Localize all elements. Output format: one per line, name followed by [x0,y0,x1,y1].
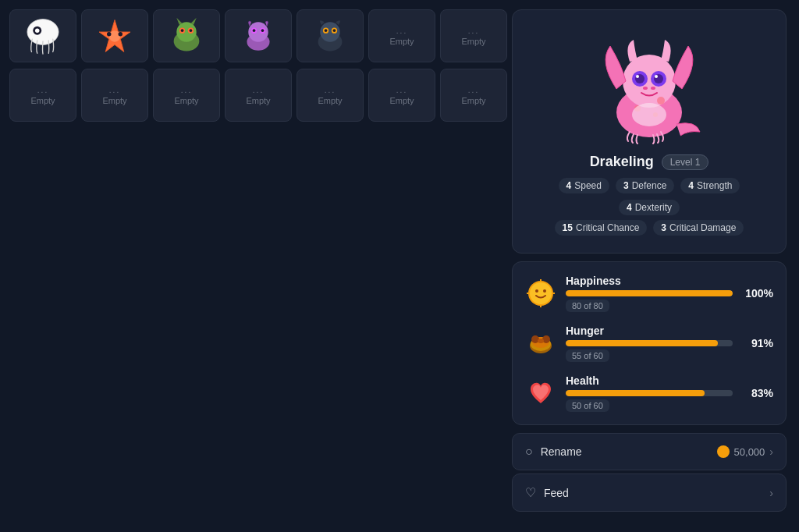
svg-point-28 [623,55,676,108]
svg-point-25 [325,29,328,32]
stat-badge-critical-damage: 3Critical Damage [653,220,744,236]
empty-label: Empty [102,96,126,105]
creature-name: Drakeling [590,154,654,170]
happiness-bar-fill [566,290,733,296]
rename-chevron: › [769,445,773,458]
rename-right: 50,000 › [717,445,773,458]
svg-marker-10 [190,18,196,25]
svg-point-54 [538,339,544,343]
hunger-info: Hunger 55 of 60 [566,325,733,362]
hunger-bar-fill [566,340,718,346]
svg-point-14 [190,29,193,32]
empty-dots: ... [109,86,120,94]
stat-badge-speed: 4Speed [559,178,609,193]
creature-slot-2[interactable] [81,9,148,62]
empty-dots: ... [396,27,407,35]
creature-slot-9[interactable]: ...Empty [81,69,148,122]
svg-point-40 [632,103,666,126]
creature-slot-14[interactable]: ...Empty [440,69,507,122]
feed-chevron: › [769,487,773,499]
rename-left: ○ Rename [525,445,582,459]
svg-marker-9 [176,18,182,25]
svg-point-53 [542,335,550,343]
empty-label: Empty [461,37,485,46]
left-panel: ...Empty...Empty ...Empty...Empty...Empt… [0,0,499,532]
svg-point-16 [248,22,268,41]
creature-slot-11[interactable]: ...Empty [225,69,292,122]
health-sub: 50 of 60 [566,399,609,412]
empty-dots: ... [253,86,264,94]
stat-badge-defence: 3Defence [616,178,674,193]
svg-point-22 [320,22,339,41]
creature-slot-6[interactable]: ...Empty [368,9,435,62]
svg-point-36 [651,87,655,90]
empty-label: Empty [318,96,342,105]
stat-badge-strength: 4Strength [680,178,740,193]
hunger-row: Hunger 55 of 60 91% [525,325,773,362]
happiness-label: Happiness [566,275,733,287]
empty-label: Empty [246,96,270,105]
happiness-icon [525,278,556,309]
empty-dots: ... [396,86,407,94]
creature-slot-7[interactable]: ...Empty [440,9,507,62]
happiness-bar-bg [566,290,733,296]
happiness-sub: 80 of 80 [566,300,609,312]
feed-right: › [769,487,773,499]
health-label: Health [566,374,733,387]
creature-slot-4[interactable] [225,9,292,62]
empty-dots: ... [181,86,192,94]
creature-slot-13[interactable]: ...Empty [368,69,435,122]
happiness-row: Happiness 80 of 80 100% [525,275,773,312]
svg-point-8 [176,22,196,41]
rename-cost: 50,000 [734,446,765,458]
feed-label: Feed [544,487,569,499]
health-bar-fill [566,390,705,396]
stats-row-2: 15Critical Chance3Critical Damage [555,220,744,236]
creature-slot-8[interactable]: ...Empty [9,69,76,122]
creature-slot-12[interactable]: ...Empty [297,69,364,122]
svg-point-6 [119,32,123,36]
empty-dots: ... [468,27,479,35]
stat-badge-critical-chance: 15Critical Chance [555,220,648,236]
rename-button[interactable]: ○ Rename 50,000 › [512,433,787,470]
health-info: Health 50 of 60 [566,374,733,412]
vitals-panel: Happiness 80 of 80 100% [512,261,787,425]
svg-point-13 [181,29,184,32]
svg-point-35 [643,87,648,90]
health-bar-bg [566,390,733,396]
creature-slot-3[interactable] [153,9,220,62]
svg-point-20 [261,29,265,32]
svg-point-47 [535,289,538,293]
hunger-icon [525,328,556,359]
feed-left: ♡ Feed [525,485,569,500]
creature-showcase: Drakeling Level 1 4Speed3Defence4Strengt… [512,9,787,254]
svg-point-5 [107,32,111,36]
svg-point-37 [657,97,665,105]
hunger-label: Hunger [566,325,733,337]
empty-label: Empty [389,37,414,46]
svg-point-52 [531,335,539,343]
coin-icon [717,445,730,458]
hunger-sub: 55 of 60 [566,349,609,362]
creature-slot-5[interactable] [297,9,364,62]
empty-dots: ... [468,86,479,94]
rename-label: Rename [541,445,582,458]
creature-large-image [587,23,712,147]
stats-row-1: 4Speed3Defence4Strength4Dexterity [525,178,773,215]
empty-dots: ... [37,86,48,94]
action-buttons: ○ Rename 50,000 › ♡ Feed › [512,433,787,512]
empty-dots: ... [325,86,336,94]
health-icon [525,378,556,409]
empty-label: Empty [30,96,55,105]
creature-slot-1[interactable] [9,9,76,62]
happiness-info: Happiness 80 of 80 [566,275,733,312]
creature-slot-10[interactable]: ...Empty [153,69,220,122]
feed-icon: ♡ [525,485,536,500]
creature-grid-row1: ...Empty...Empty [9,9,490,62]
svg-point-4 [109,30,121,42]
creature-grid-row2: ...Empty...Empty...Empty...Empty...Empty… [9,69,490,122]
rename-icon: ○ [525,445,533,459]
health-percent: 83% [742,387,773,399]
empty-label: Empty [174,96,198,105]
feed-button[interactable]: ♡ Feed › [512,473,787,512]
